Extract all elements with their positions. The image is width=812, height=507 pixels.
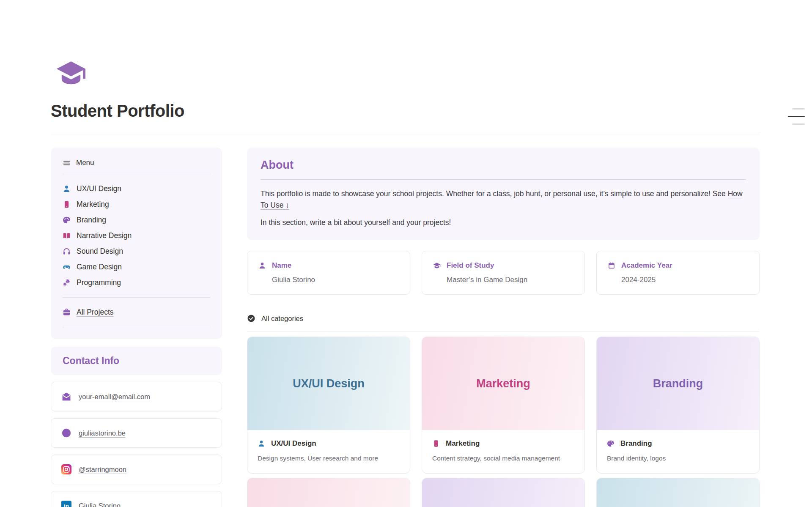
- category-card-game-design[interactable]: [596, 478, 760, 507]
- info-card-label-row: Academic Year: [608, 261, 748, 270]
- category-card-body: MarketingContent strategy, social media …: [422, 430, 584, 473]
- smartphone-icon: [432, 440, 440, 447]
- category-card-narrative-design[interactable]: [247, 478, 410, 507]
- category-card-name: Marketing: [446, 439, 480, 448]
- instagram-icon: [61, 464, 71, 474]
- about-paragraph-2: In this section, write a bit about yours…: [261, 217, 746, 228]
- sidebar-item-game-design[interactable]: Game Design: [63, 259, 210, 275]
- menu-divider: [63, 174, 210, 174]
- page-header: Student Portfolio: [51, 58, 760, 121]
- contact-card-giulia-storino[interactable]: inGiulia Storino: [51, 491, 222, 507]
- briefcase-icon: [63, 308, 71, 316]
- contact-info-panel: Contact Info: [51, 347, 222, 375]
- category-card-name-row: UX/UI Design: [258, 439, 400, 448]
- contact-link[interactable]: @starringmoon: [79, 466, 126, 474]
- toc-line: [792, 123, 805, 125]
- menu-divider: [63, 327, 210, 327]
- category-card-cover: [597, 478, 759, 507]
- category-gallery: UX/UI DesignUX/UI DesignDesign systems, …: [247, 337, 760, 507]
- sidebar: Menu UX/UI DesignMarketingBrandingNarrat…: [51, 148, 222, 507]
- toc-line: [792, 108, 805, 110]
- contact-card-your-email-email-com[interactable]: your-email@email.com: [51, 382, 222, 411]
- category-card-name-row: Marketing: [432, 439, 574, 448]
- table-of-contents-indicator[interactable]: [788, 108, 805, 125]
- all-categories-filter[interactable]: All categories: [247, 314, 760, 332]
- header-divider: [51, 135, 760, 135]
- category-card-cover: [422, 478, 584, 507]
- info-card-field-of-study[interactable]: Field of StudyMaster’s in Game Design: [422, 251, 585, 295]
- menu-footer: All Projects: [63, 304, 210, 320]
- sidebar-item-branding[interactable]: Branding: [63, 212, 210, 228]
- person-icon: [258, 440, 265, 447]
- contact-link[interactable]: your-email@email.com: [79, 393, 150, 401]
- info-card-label: Academic Year: [621, 261, 672, 270]
- contact-list: your-email@email.comgiuliastorino.be@sta…: [51, 382, 222, 507]
- category-card-description: Brand identity, logos: [607, 455, 749, 462]
- toc-line: [788, 116, 805, 117]
- sidebar-item-programming[interactable]: Programming: [63, 275, 210, 290]
- category-card-sound-design[interactable]: [422, 478, 585, 507]
- info-card-name[interactable]: NameGiulia Storino: [247, 251, 410, 295]
- menu-panel: Menu UX/UI DesignMarketingBrandingNarrat…: [51, 148, 222, 339]
- palette-icon: [607, 440, 614, 447]
- notion-page: Student Portfolio Menu UX/UI DesignMarke…: [0, 0, 812, 507]
- contact-card-giuliastorino-be[interactable]: giuliastorino.be: [51, 418, 222, 448]
- page-title: Student Portfolio: [51, 101, 760, 121]
- category-card-cover: [247, 478, 410, 507]
- about-paragraph-1: This portfolio is made to showcase your …: [261, 188, 746, 211]
- category-card-description: Content strategy, social media managemen…: [432, 455, 574, 462]
- info-card-value: Giulia Storino: [272, 276, 399, 284]
- gamepad-icon: [63, 263, 71, 271]
- main-content: About This portfolio is made to showcase…: [247, 148, 760, 507]
- category-card-body: UX/UI DesignDesign systems, User researc…: [247, 430, 410, 473]
- svg-text:in: in: [64, 503, 69, 507]
- category-card-cover-title: Branding: [653, 377, 703, 390]
- headphones-icon: [63, 247, 71, 255]
- category-card-name: Branding: [620, 439, 652, 448]
- sidebar-item-ux-ui-design[interactable]: UX/UI Design: [63, 181, 210, 197]
- globe-icon: [61, 428, 71, 438]
- contact-link[interactable]: giuliastorino.be: [79, 429, 126, 437]
- sidebar-item-marketing[interactable]: Marketing: [63, 197, 210, 212]
- category-card-name: UX/UI Design: [271, 439, 316, 448]
- category-card-cover: Marketing: [422, 337, 584, 430]
- sidebar-item-all-projects[interactable]: All Projects: [63, 304, 210, 320]
- palette-icon: [63, 216, 71, 224]
- sidebar-item-label: Sound Design: [77, 247, 123, 256]
- calendar-icon: [608, 262, 615, 269]
- info-card-label: Field of Study: [447, 261, 494, 270]
- category-card-marketing[interactable]: MarketingMarketingContent strategy, soci…: [422, 337, 585, 474]
- envelope-open-icon: [61, 392, 71, 402]
- graduation-cap-icon: [51, 58, 91, 89]
- info-card-academic-year[interactable]: Academic Year2024-2025: [596, 251, 760, 295]
- category-card-cover-title: Marketing: [476, 377, 530, 390]
- sidebar-item-narrative-design[interactable]: Narrative Design: [63, 228, 210, 244]
- graduation-cap-icon: [433, 262, 441, 269]
- info-card-value: 2024-2025: [621, 276, 748, 284]
- person-icon: [258, 262, 266, 269]
- check-circle-icon: [247, 314, 255, 323]
- contact-card-starringmoon[interactable]: @starringmoon: [51, 455, 222, 484]
- info-card-value: Master’s in Game Design: [447, 276, 573, 284]
- category-card-name-row: Branding: [607, 439, 749, 448]
- category-card-branding[interactable]: BrandingBrandingBrand identity, logos: [596, 337, 760, 474]
- category-card-description: Design systems, User research and more: [258, 455, 400, 462]
- info-card-label-row: Name: [258, 261, 399, 270]
- sidebar-item-label: Game Design: [77, 263, 122, 271]
- info-card-label-row: Field of Study: [433, 261, 573, 270]
- sidebar-item-label: UX/UI Design: [77, 184, 121, 193]
- category-card-body: BrandingBrand identity, logos: [597, 430, 759, 473]
- sidebar-item-label: Programming: [77, 278, 121, 287]
- sidebar-item-sound-design[interactable]: Sound Design: [63, 244, 210, 259]
- about-paragraph-1-text: This portfolio is made to showcase your …: [261, 189, 728, 198]
- menu-divider: [63, 297, 210, 298]
- about-panel: About This portfolio is made to showcase…: [247, 148, 760, 240]
- contact-link[interactable]: Giulia Storino: [79, 502, 121, 507]
- category-card-ux-ui-design[interactable]: UX/UI DesignUX/UI DesignDesign systems, …: [247, 337, 410, 474]
- smartphone-icon: [63, 200, 71, 208]
- hamburger-menu-icon: [63, 159, 71, 167]
- all-categories-label: All categories: [261, 315, 303, 323]
- menu-header: Menu: [63, 159, 210, 167]
- info-card-label: Name: [272, 261, 291, 270]
- sidebar-item-label: Marketing: [77, 200, 109, 209]
